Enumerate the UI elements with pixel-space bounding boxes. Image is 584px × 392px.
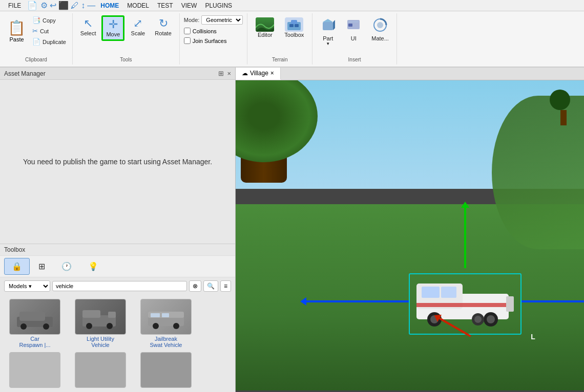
join-surfaces-checkbox[interactable] [184,37,191,44]
asset-thumb-extra2 [75,352,126,388]
svg-rect-4 [295,24,299,27]
rotate-button[interactable]: ↻ Rotate [151,15,175,39]
ui-icon [346,18,361,34]
svg-point-12 [377,22,383,28]
clipboard-group-label: Clipboard [25,55,47,62]
scale-label: Scale [131,30,145,36]
asset-item-swat[interactable]: JailbreakSwat Vehicle [135,299,197,348]
menu-file[interactable]: FILE [4,1,25,10]
select-button[interactable]: ↖ Select [77,15,100,39]
search-clear-button[interactable]: ⊗ [189,280,201,292]
clipboard-small-buttons: 📑 Copy ✂ Cut 📄 Duplicate [30,15,68,47]
paste-icon: 📋 [8,19,26,36]
panel: Asset Manager ⊞ × You need to publish th… [0,68,236,392]
viewport-tab-village[interactable]: ☁ Village × [236,68,281,80]
copy-button[interactable]: 📑 Copy [30,15,68,25]
join-surfaces-row: Join Surfaces [184,37,227,44]
clipboard-content: 📋 Paste 📑 Copy ✂ Cut 📄 Duplicate [4,15,68,55]
gizmo-left-arrow [306,300,409,302]
asset-message-text: You need to publish the game to start us… [23,156,212,167]
paste-label: Paste [9,36,24,42]
mode-select[interactable]: Geometric Physical [201,15,243,25]
search-button[interactable]: 🔍 [203,280,218,292]
asset-item-extra3[interactable] [135,352,197,388]
panel-title: Asset Manager [4,70,46,77]
join-surfaces-label: Join Surfaces [193,38,227,44]
svg-rect-32 [416,303,509,307]
tab-cloud-icon: ☁ [242,70,248,77]
svg-rect-19 [108,312,116,318]
svg-rect-18 [82,310,100,318]
menu-view[interactable]: VIEW [177,1,201,10]
toolbox-tab-light[interactable]: 💡 [80,258,106,275]
editor-button[interactable]: Editor [252,15,278,40]
tree-right-foliage [550,90,570,110]
cut-button[interactable]: ✂ Cut [30,26,68,36]
svg-rect-5 [323,22,333,30]
tools-content: ↖ Select ✛ Move ⤢ Scale ↻ Rotate [77,15,175,55]
ribbon-group-terrain: Editor Toolbox Terrain [247,13,312,64]
menu-test[interactable]: TEST [153,1,177,10]
cut-label: Cut [40,28,49,34]
gizmo-up-arrow [464,207,466,268]
duplicate-button[interactable]: 📄 Duplicate [30,37,68,47]
material-label: Mate... [371,35,389,41]
panel-close-button[interactable]: × [227,70,231,77]
svg-rect-31 [441,287,456,298]
hill-right [492,96,584,249]
material-button[interactable]: Mate... [368,15,392,44]
viewport: ☁ Village × [236,68,584,392]
move-button[interactable]: ✛ Move [101,15,124,41]
menu-model[interactable]: MODEL [123,1,153,10]
ui-button[interactable]: UI [342,15,365,44]
clipboard-col: 📋 Paste 📑 Copy ✂ Cut 📄 Duplicate [4,15,68,47]
toolbox-icon-tabs: 🔒 ⊞ 🕐 💡 [0,255,235,277]
paste-button[interactable]: 📋 Paste [4,15,29,47]
scale-button[interactable]: ⤢ Scale [127,15,149,39]
category-select[interactable]: Models ▾ Audio Images [4,280,50,292]
tab-close-icon[interactable]: × [270,70,274,77]
menu-home[interactable]: HOME [96,1,123,10]
svg-rect-2 [291,20,297,24]
viewport-canvas[interactable]: L [236,80,584,390]
toolbox-tab-grid[interactable]: ⊞ [31,258,53,275]
asset-item-extra1[interactable] [4,352,66,388]
collisions-row: Collisions [184,28,217,34]
asset-item-extra2[interactable] [70,352,131,388]
mode-content: Mode: Geometric Physical Collisions Join… [184,15,243,62]
move-icon: ✛ [109,19,118,30]
ribbon: 📋 Paste 📑 Copy ✂ Cut 📄 Duplicate [0,11,584,68]
asset-list-row2 [0,352,235,392]
toolbox-terrain-button[interactable]: Toolbox [280,15,308,40]
duplicate-label: Duplicate [43,39,66,45]
corner-l-label: L [531,333,535,341]
rotate-icon: ↻ [159,18,168,29]
ribbon-group-clipboard: 📋 Paste 📑 Copy ✂ Cut 📄 Duplicate [0,13,73,64]
asset-label-swat: JailbreakSwat Vehicle [150,336,182,348]
toolbox-tab-clock[interactable]: 🕐 [54,258,79,275]
cut-icon: ✂ [32,27,38,35]
scene-background: L [236,80,584,390]
toolbox-label: Toolbox [4,246,25,253]
part-icon [321,18,335,34]
panel-header: Asset Manager ⊞ × [0,68,235,80]
asset-item-car[interactable]: CarRespawn |... [4,299,66,348]
part-button[interactable]: Part ▼ [317,15,339,49]
filter-button[interactable]: ≡ [220,280,231,292]
ribbon-group-mode: Mode: Geometric Physical Collisions Join… [180,13,248,64]
panel-float-button[interactable]: ⊞ [218,70,224,77]
toolbox-section: Toolbox 🔒 ⊞ 🕐 💡 Models ▾ Audio Images ⊗ … [0,244,235,392]
svg-point-20 [86,323,92,329]
asset-label-utility: Light UtilityVehicle [87,336,114,348]
gizmo-right-arrow [522,300,584,302]
asset-label-car: CarRespawn |... [19,336,51,348]
collisions-checkbox[interactable] [184,28,191,34]
search-input[interactable] [52,281,187,291]
part-label: Part [323,35,333,41]
rotate-label: Rotate [155,30,171,36]
asset-item-light-utility[interactable]: Light UtilityVehicle [70,299,131,348]
toolbox-terrain-label: Toolbox [284,32,304,38]
menu-plugins[interactable]: PLUGINS [201,1,236,10]
asset-thumb-extra3 [140,352,192,388]
toolbox-tab-lock[interactable]: 🔒 [4,258,30,275]
